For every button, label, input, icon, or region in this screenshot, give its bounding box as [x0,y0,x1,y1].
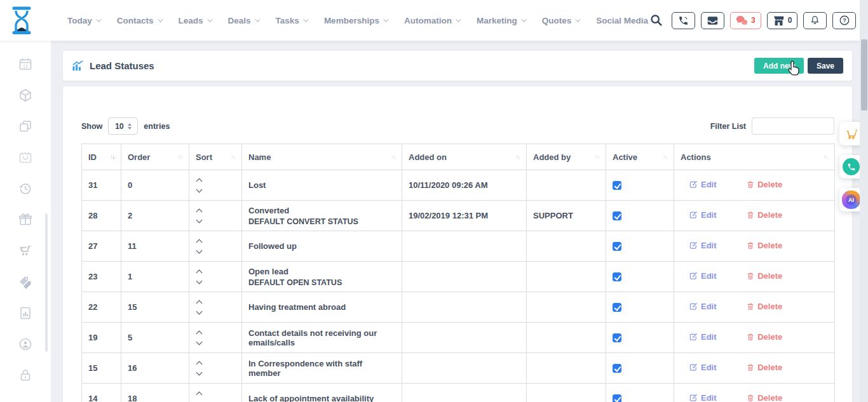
col-header-active[interactable]: Active↑↓ [606,144,674,170]
table-body: 31 0 Lost 10/11/2020 09:26 AM Edit [82,170,835,402]
move-up-button[interactable] [196,178,203,184]
sidebar-item-tags[interactable] [0,266,51,297]
edit-link[interactable]: Edit [689,210,717,220]
nav-item-contacts[interactable]: Contacts [117,16,161,25]
cell-actions: Edit Delete [674,353,835,384]
search-button[interactable] [648,12,665,29]
active-checkbox[interactable] [613,333,621,342]
sidebar-item-account[interactable] [0,328,51,359]
notifications-button[interactable] [803,12,827,29]
col-header-actions[interactable]: Actions↑↓ [674,144,835,170]
cell-id: 22 [82,292,121,323]
cell-sort [189,262,242,292]
page-scrollbar-thumb[interactable] [861,39,867,111]
col-header-added-on[interactable]: Added on↑↓ [402,144,527,170]
nav-item-leads[interactable]: Leads [179,16,211,25]
active-checkbox[interactable] [613,181,621,190]
move-up-button[interactable] [196,300,203,306]
move-down-button[interactable] [196,338,203,345]
delete-link[interactable]: Delete [747,393,782,402]
sidebar-item-packages[interactable] [0,79,51,111]
col-header-sort[interactable]: Sort↑↓ [189,144,242,170]
save-button[interactable]: Save [808,58,843,74]
sidebar-item-security[interactable] [0,359,51,391]
filter-label: Filter List [710,122,746,131]
edit-link[interactable]: Edit [689,180,717,189]
move-up-button[interactable] [196,239,203,245]
active-checkbox[interactable] [613,242,621,251]
move-down-button[interactable] [196,369,203,375]
sidebar-item-reports[interactable] [0,297,51,328]
delete-link[interactable]: Delete [747,210,782,220]
move-down-button[interactable] [196,247,203,253]
nav-item-tasks[interactable]: Tasks [276,16,307,25]
active-checkbox[interactable] [613,303,621,312]
nav-item-marketing[interactable]: Marketing [477,16,525,25]
cell-name: Lack of appointment availability [242,384,402,402]
sidebar-scrollbar-thumb[interactable] [45,213,48,352]
active-checkbox[interactable] [613,364,621,373]
help-button[interactable]: ? [832,12,856,29]
edit-link[interactable]: Edit [689,271,717,281]
booking-calendar-icon [18,150,33,165]
move-down-button[interactable] [196,399,203,402]
nav-item-social-media[interactable]: Social Media [596,16,648,25]
move-up-button[interactable] [196,391,203,398]
cell-added-by [527,170,606,201]
edit-icon [689,302,698,311]
col-header-added-by[interactable]: Added by↑↓ [527,144,606,170]
nav-item-quotes[interactable]: Quotes [542,16,580,25]
cell-id: 31 [82,170,121,201]
phone-button[interactable] [672,12,695,29]
nav-item-deals[interactable]: Deals [228,16,259,25]
trash-icon [747,180,754,189]
account-circle-icon [18,337,33,352]
delete-link[interactable]: Delete [747,180,782,189]
cell-active [606,201,674,231]
delete-link[interactable]: Delete [747,332,782,342]
sidebar-item-shop[interactable] [0,235,51,266]
move-down-button[interactable] [196,186,203,192]
store-button[interactable]: 0 [767,12,798,29]
sidebar-item-history[interactable] [0,173,51,204]
chevron-down-icon [521,17,526,22]
sidebar-item-bookings[interactable] [0,142,51,173]
active-checkbox[interactable] [613,211,621,220]
filter-input[interactable] [752,117,834,135]
sidebar-item-calendar[interactable]: 12 [0,48,51,79]
active-checkbox[interactable] [613,394,621,402]
cell-actions: Edit Delete [674,384,835,402]
move-up-button[interactable] [196,269,203,276]
col-header-order[interactable]: Order↑↓ [121,144,189,170]
delete-link[interactable]: Delete [747,241,782,250]
move-down-button[interactable] [196,278,203,284]
nav-item-today[interactable]: Today [67,16,100,25]
edit-link[interactable]: Edit [689,363,717,372]
edit-link[interactable]: Edit [689,393,717,402]
delete-link[interactable]: Delete [747,302,782,311]
delete-link[interactable]: Delete [747,271,782,281]
delete-link[interactable]: Delete [747,363,782,372]
sidebar-item-pages[interactable] [0,111,51,142]
move-down-button[interactable] [196,308,203,314]
page-size-select[interactable]: 10 [108,117,138,135]
nav-item-automation[interactable]: Automation [404,16,459,25]
edit-link[interactable]: Edit [689,241,717,250]
calendar-12-icon: 12 [18,57,33,72]
app-logo[interactable] [9,5,34,36]
chat-button[interactable]: 3 [730,12,761,29]
move-up-button[interactable] [196,208,203,215]
move-up-button[interactable] [196,330,203,337]
col-header-name[interactable]: Name↑↓ [242,144,402,170]
sidebar-item-gifts[interactable] [0,204,51,235]
move-down-button[interactable] [196,217,203,223]
move-up-button[interactable] [196,361,203,367]
cell-actions: Edit Delete [674,262,835,292]
add-new-button[interactable]: Add new [754,58,804,74]
nav-item-memberships[interactable]: Memberships [324,16,387,25]
edit-link[interactable]: Edit [689,302,717,311]
edit-link[interactable]: Edit [689,332,717,342]
col-header-id[interactable]: ID↑↓ [82,144,121,170]
inbox-button[interactable] [701,12,724,29]
active-checkbox[interactable] [613,272,621,281]
